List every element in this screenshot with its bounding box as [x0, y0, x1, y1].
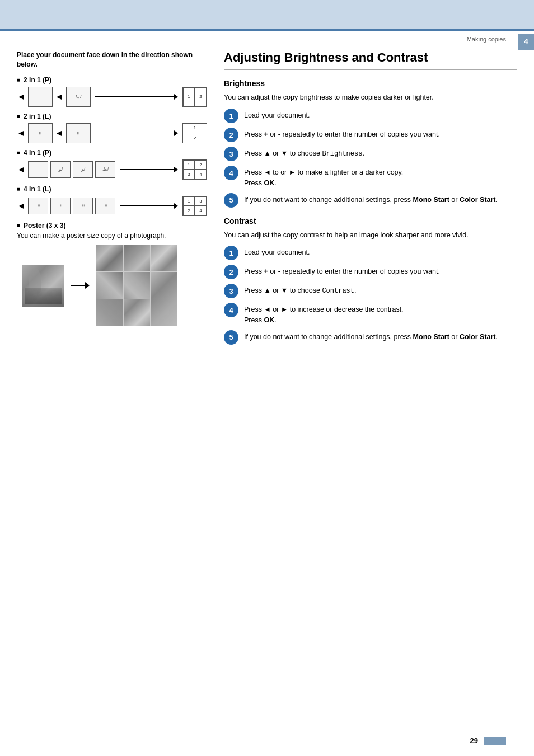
poster-arrow: [71, 282, 90, 289]
brightness-step-4: 4 Press ◄ to or ► to make a lighter or a…: [224, 166, 517, 189]
diagram-2in1l: 2 in 1 (L) ◄ ≡ ◄ ≡ 1 2: [17, 112, 207, 143]
arrow-left-icon4: ◄: [55, 128, 64, 138]
brightness-intro: You can adjust the copy brightness to ma…: [224, 92, 517, 103]
section-title: Adjusting Brightness and Contrast: [224, 50, 517, 70]
doc-box-3: ≡: [28, 123, 53, 143]
chapter-tab: 4: [518, 34, 534, 50]
contrast-step-3: 3 Press ▲ or ▼ to choose Contrast.: [224, 284, 517, 298]
step-text-4: Press ◄ to or ► to make a lighter or a d…: [244, 166, 403, 189]
doc-box-5: [28, 161, 48, 178]
result-box-2l: 1 2: [182, 123, 207, 143]
step-num-2: 2: [224, 128, 238, 142]
doc-box-1: [28, 87, 53, 107]
step-num-4: 4: [224, 166, 238, 180]
content-area: Place your document face down in the dir…: [0, 45, 534, 349]
poster-result-grid: [96, 245, 177, 326]
result-grid-4p: 12 34: [182, 159, 207, 180]
contrast-step-num-5: 5: [224, 330, 238, 345]
diagram-row-4in1p: ◄ لو لو لط: [17, 159, 207, 180]
diagram-label-2in1p: 2 in 1 (P): [17, 76, 207, 84]
result-grid-2: 1 2: [182, 87, 207, 107]
arrow-left-icon6: ◄: [17, 201, 26, 211]
poster-source-photo: [22, 265, 64, 307]
brightness-step-5: 5 If you do not want to change additiona…: [224, 193, 517, 208]
poster-diagram: [22, 245, 207, 326]
contrast-step-text-4: Press ◄ or ► to increase or decrease the…: [244, 303, 404, 326]
poster-desc: You can make a poster size copy of a pho…: [17, 232, 207, 240]
contrast-intro: You can adjust the copy contrast to help…: [224, 230, 517, 241]
arrow-left-icon2: ◄: [55, 92, 64, 102]
page-number: 29: [470, 736, 478, 745]
brightness-subtitle: Brightness: [224, 79, 517, 88]
instruction-text: Place your document face down in the dir…: [17, 50, 207, 69]
step-num-1: 1: [224, 109, 238, 123]
brightness-step-1: 1 Load your document.: [224, 109, 517, 123]
step-text-3: Press ▲ or ▼ to choose Brightness.: [244, 147, 364, 159]
contrast-steps: 1 Load your document. 2 Press + or - rep…: [224, 246, 517, 345]
horiz-arrow-4: [120, 203, 178, 209]
horiz-arrow-3: [120, 167, 178, 172]
horiz-arrow-2: [95, 130, 178, 136]
step-text-1: Load your document.: [244, 109, 310, 121]
diagram-row-4in1l: ◄ ≡ ≡ ≡ ≡ 13 24: [17, 196, 207, 216]
contrast-step-text-1: Load your document.: [244, 246, 310, 258]
poster-section: Poster (3 x 3) You can make a poster siz…: [17, 222, 207, 326]
brightness-step-3: 3 Press ▲ or ▼ to choose Brightness.: [224, 147, 517, 161]
doc-box-10: ≡: [50, 198, 71, 214]
contrast-step-1: 1 Load your document.: [224, 246, 517, 260]
diagram-row-2in1p: ◄ ◄ لما 1 2: [17, 87, 207, 107]
doc-box-11: ≡: [73, 198, 93, 214]
contrast-step-text-3: Press ▲ or ▼ to choose Contrast.: [244, 284, 356, 296]
diagram-row-2in1l: ◄ ≡ ◄ ≡ 1 2: [17, 123, 207, 143]
contrast-step-2: 2 Press + or - repeatedly to enter the n…: [224, 265, 517, 279]
result-grid-4l: 13 24: [182, 196, 207, 216]
doc-box-12: ≡: [95, 198, 115, 214]
doc-box-9: ≡: [28, 198, 48, 214]
doc-box-8: لط: [95, 161, 115, 178]
contrast-step-4: 4 Press ◄ or ► to increase or decrease t…: [224, 303, 517, 326]
contrast-step-text-5: If you do not want to change additional …: [244, 330, 498, 342]
contrast-step-text-2: Press + or - repeatedly to enter the num…: [244, 265, 440, 277]
arrow-left-icon: ◄: [17, 92, 26, 102]
step-text-5: If you do not want to change additional …: [244, 193, 498, 205]
doc-box-2: لما: [66, 87, 91, 107]
poster-label: Poster (3 x 3): [17, 222, 207, 229]
brightness-steps: 1 Load your document. 2 Press + or - rep…: [224, 109, 517, 208]
contrast-step-num-4: 4: [224, 303, 238, 317]
page-bar: [484, 737, 506, 745]
left-column: Place your document face down in the dir…: [17, 45, 207, 349]
arrow-left-icon5: ◄: [17, 165, 26, 175]
diagram-label-2in1l: 2 in 1 (L): [17, 112, 207, 120]
diagram-4in1p: 4 in 1 (P) ◄ لو لو لط: [17, 149, 207, 180]
diagram-label-4in1l: 4 in 1 (L): [17, 185, 207, 193]
step-text-2: Press + or - repeatedly to enter the num…: [244, 128, 440, 140]
step-num-3: 3: [224, 147, 238, 161]
contrast-subtitle: Contrast: [224, 217, 517, 226]
diagram-4in1l: 4 in 1 (L) ◄ ≡ ≡ ≡ ≡: [17, 185, 207, 216]
horiz-arrow-1: [95, 94, 178, 100]
brightness-step-2: 2 Press + or - repeatedly to enter the n…: [224, 128, 517, 142]
doc-box-4: ≡: [66, 123, 91, 143]
diagram-label-4in1p: 4 in 1 (P): [17, 149, 207, 157]
right-column: Adjusting Brightness and Contrast Bright…: [224, 45, 517, 349]
arrow-left-icon3: ◄: [17, 128, 26, 138]
contrast-step-num-3: 3: [224, 284, 238, 298]
header-bar: [0, 0, 534, 29]
step-num-5: 5: [224, 193, 238, 208]
contrast-step-5: 5 If you do not want to change additiona…: [224, 330, 517, 345]
page-footer: 29: [470, 736, 506, 745]
page-meta: Making copies: [0, 31, 534, 45]
doc-box-6: لو: [50, 161, 71, 178]
contrast-step-num-1: 1: [224, 246, 238, 260]
contrast-step-num-2: 2: [224, 265, 238, 279]
doc-box-7: لو: [73, 161, 93, 178]
diagram-2in1p: 2 in 1 (P) ◄ ◄ لما: [17, 76, 207, 107]
